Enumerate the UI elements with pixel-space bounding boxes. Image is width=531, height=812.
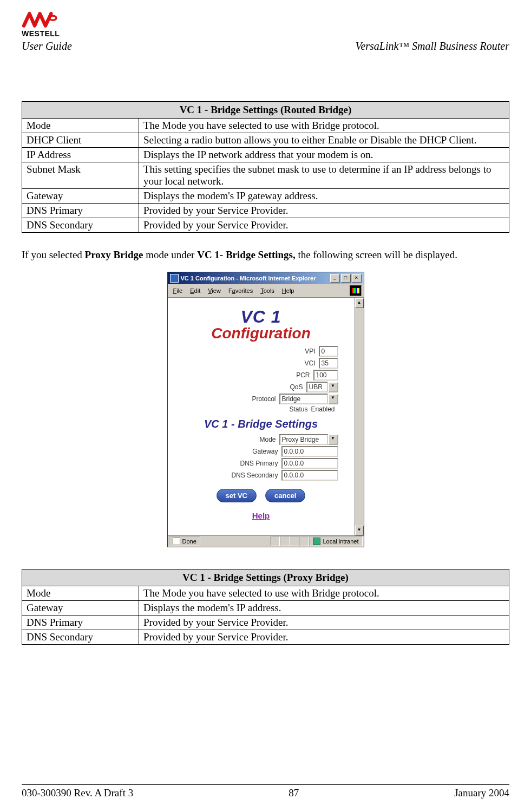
table-row: Subnet MaskThis setting specifies the su… <box>22 162 509 189</box>
table-row: GatewayDisplays the modem's IP gateway a… <box>22 189 509 204</box>
routed-bridge-table: VC 1 - Bridge Settings (Routed Bridge) M… <box>22 101 509 233</box>
pcr-label: PCR <box>296 371 310 379</box>
intranet-icon <box>313 538 320 545</box>
gateway-label: Gateway <box>252 448 278 455</box>
menu-view[interactable]: View <box>205 286 224 295</box>
table-row: DNS SecondaryProvided by your Service Pr… <box>22 630 509 645</box>
zone-panel: Local intranet <box>309 536 362 546</box>
table-row: DNS PrimaryProvided by your Service Prov… <box>22 204 509 218</box>
menubar: File Edit View Favorites Tools Help <box>168 284 364 298</box>
vci-input[interactable]: 35 <box>319 358 338 369</box>
menu-help[interactable]: Help <box>279 286 298 295</box>
heading-configuration: Configuration <box>170 325 352 342</box>
vci-label: VCI <box>304 359 315 367</box>
scrollbar[interactable]: ▲ ▼ <box>355 298 364 535</box>
protocol-select[interactable]: Bridge▼ <box>279 394 338 404</box>
brand-name: WESTELL <box>22 29 60 38</box>
heading-bridge-settings: VC 1 - Bridge Settings <box>170 418 352 430</box>
table-row: ModeThe Mode you have selected to use wi… <box>22 586 509 601</box>
page-footer: 030-300390 Rev. A Draft 3 87 January 200… <box>22 784 509 799</box>
cancel-button[interactable]: cancel <box>265 489 305 502</box>
dropdown-icon: ▼ <box>328 434 338 445</box>
dns-primary-label: DNS Primary <box>240 460 278 467</box>
dns-secondary-input[interactable]: 0.0.0.0 <box>281 470 338 481</box>
status-label: Status <box>289 405 307 413</box>
westell-logo-icon <box>22 11 65 30</box>
table-row: ModeThe Mode you have selected to use wi… <box>22 119 509 133</box>
help-link[interactable]: Help <box>252 511 270 520</box>
page-content: VC 1 Configuration VPI0 VCI35 PCR100 QoS… <box>168 298 355 535</box>
status-boxes <box>270 536 309 546</box>
status-done-text: Done <box>182 538 196 545</box>
footer-center: 87 <box>289 787 299 799</box>
document-icon <box>173 538 180 545</box>
user-guide-label: User Guide <box>22 40 72 53</box>
dropdown-icon: ▼ <box>328 382 338 392</box>
status-done-panel: Done <box>169 536 200 546</box>
dns-primary-input[interactable]: 0.0.0.0 <box>281 458 338 469</box>
qos-label: QoS <box>290 383 303 391</box>
dropdown-icon: ▼ <box>328 394 338 404</box>
footer-right: January 2004 <box>454 787 509 799</box>
scroll-up-icon[interactable]: ▲ <box>355 298 364 308</box>
titlebar: VC 1 Configuration - Microsoft Internet … <box>168 272 364 284</box>
table-row: IP AddressDisplays the IP network addres… <box>22 148 509 162</box>
minimize-button[interactable]: _ <box>330 274 340 283</box>
ie-icon <box>170 274 179 283</box>
dns-secondary-label: DNS Secondary <box>231 472 278 479</box>
menu-tools[interactable]: Tools <box>257 286 278 295</box>
vpi-input[interactable]: 0 <box>319 346 338 357</box>
mode-select[interactable]: Proxy Bridge▼ <box>279 434 338 445</box>
pcr-input[interactable]: 100 <box>313 370 338 381</box>
menu-file[interactable]: File <box>170 286 186 295</box>
statusbar: Done Local intranet <box>168 535 364 547</box>
intro-paragraph: If you selected Proxy Bridge mode under … <box>22 249 509 261</box>
page-header: WESTELL User Guide VersaLink™ Small Busi… <box>22 11 509 53</box>
mode-label: Mode <box>259 436 276 443</box>
ie-window: VC 1 Configuration - Microsoft Internet … <box>167 272 364 547</box>
table-row: DNS PrimaryProvided by your Service Prov… <box>22 615 509 630</box>
status-value: Enabled <box>311 405 338 413</box>
vpi-label: VPI <box>305 348 315 355</box>
menu-edit[interactable]: Edit <box>187 286 204 295</box>
scroll-down-icon[interactable]: ▼ <box>355 526 364 535</box>
product-name: VersaLink™ Small Business Router <box>355 40 509 53</box>
maximize-button[interactable]: □ <box>341 274 351 283</box>
menu-favorites[interactable]: Favorites <box>225 286 256 295</box>
footer-left: 030-300390 Rev. A Draft 3 <box>22 787 133 799</box>
table-header: VC 1 - Bridge Settings (Proxy Bridge) <box>22 569 509 586</box>
table-row: GatewayDisplays the modem's IP address. <box>22 601 509 615</box>
proxy-bridge-table: VC 1 - Bridge Settings (Proxy Bridge) Mo… <box>22 569 509 645</box>
heading-vc1: VC 1 <box>170 307 352 327</box>
close-button[interactable]: × <box>352 274 362 283</box>
zone-text: Local intranet <box>323 538 358 545</box>
table-row: DNS SecondaryProvided by your Service Pr… <box>22 218 509 233</box>
logo-block: WESTELL User Guide <box>22 11 72 53</box>
window-title: VC 1 Configuration - Microsoft Internet … <box>181 275 316 281</box>
qos-select[interactable]: UBR▼ <box>306 382 338 392</box>
table-row: DHCP ClientSelecting a radio button allo… <box>22 133 509 148</box>
gateway-input[interactable]: 0.0.0.0 <box>281 446 338 457</box>
throbber-icon <box>350 285 362 296</box>
protocol-label: Protocol <box>252 395 276 403</box>
set-vc-button[interactable]: set VC <box>217 489 257 502</box>
table-header: VC 1 - Bridge Settings (Routed Bridge) <box>22 102 509 119</box>
